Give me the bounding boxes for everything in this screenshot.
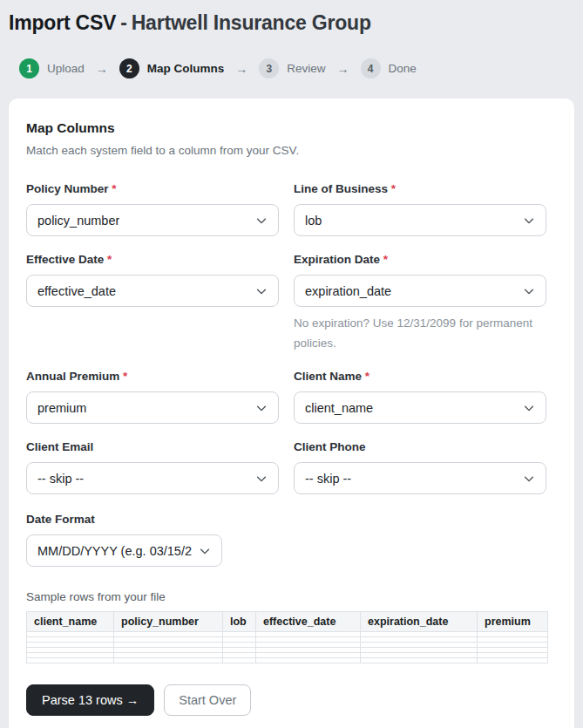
chevron-down-icon — [523, 402, 535, 414]
wizard-stepper: 1 Upload → 2 Map Columns → 3 Review → 4 … — [19, 58, 574, 78]
step-done: 4 Done — [361, 58, 417, 78]
page-title-separator: - — [120, 11, 126, 34]
chevron-down-icon — [255, 402, 268, 414]
expiration-date-label: Expiration Date * — [294, 253, 546, 266]
step-map-columns-number: 2 — [119, 58, 139, 78]
required-asterisk: * — [107, 253, 112, 266]
card-heading: Map Columns — [26, 120, 557, 136]
column-header-lob: lob — [223, 612, 256, 632]
table-row — [27, 658, 548, 663]
field-expiration-date: Expiration Date * expiration_date No exp… — [294, 253, 546, 353]
step-review-label: Review — [287, 62, 325, 75]
required-asterisk: * — [383, 253, 388, 266]
step-upload-label: Upload — [47, 62, 85, 75]
effective-date-select-value: effective_date — [37, 284, 116, 298]
required-asterisk: * — [112, 182, 116, 195]
client-name-select-value: client_name — [305, 401, 373, 415]
expiration-date-select[interactable]: expiration_date — [294, 275, 546, 307]
chevron-down-icon — [523, 214, 535, 227]
client-email-select-value: -- skip -- — [37, 472, 84, 486]
map-columns-card: Map Columns Match each system field to a… — [9, 99, 574, 728]
effective-date-select[interactable]: effective_date — [26, 275, 279, 307]
required-asterisk: * — [365, 370, 369, 383]
step-upload-number: 1 — [19, 58, 39, 78]
start-over-button[interactable]: Start Over — [164, 684, 251, 716]
client-email-select[interactable]: -- skip -- — [26, 462, 279, 494]
step-done-label: Done — [389, 62, 417, 75]
field-client-email: Client Email -- skip -- — [26, 440, 279, 494]
step-map-columns-label: Map Columns — [147, 62, 225, 75]
line-of-business-select-value: lob — [305, 214, 322, 228]
actions-bar: Parse 13 rows → Start Over — [26, 684, 557, 716]
annual-premium-label: Annual Premium * — [26, 370, 279, 383]
step-done-number: 4 — [361, 58, 381, 78]
client-phone-select-value: -- skip -- — [305, 472, 351, 486]
page-title-org: Hartwell Insurance Group — [132, 11, 371, 34]
field-client-phone: Client Phone -- skip -- — [294, 440, 546, 494]
line-of-business-label: Line of Business * — [294, 182, 546, 195]
client-name-select[interactable]: client_name — [294, 391, 546, 424]
annual-premium-select-value: premium — [37, 401, 86, 415]
column-header-expiration-date: expiration_date — [361, 612, 478, 632]
chevron-down-icon — [523, 473, 535, 485]
field-date-format: Date Format MM/DD/YYYY (e.g. 03/15/2 — [26, 513, 557, 567]
effective-date-label: Effective Date * — [26, 253, 279, 266]
field-line-of-business: Line of Business * lob — [294, 182, 546, 236]
step-arrow-icon: → — [337, 62, 349, 76]
page-header: Import CSV-Hartwell Insurance Group 1 Up… — [0, 0, 583, 78]
step-arrow-icon: → — [235, 62, 247, 76]
sample-table-body — [27, 632, 548, 663]
sample-rows-table: client_name policy_number lob effective_… — [26, 611, 548, 663]
field-grid: Policy Number * policy_number Line of Bu… — [26, 182, 546, 511]
step-review: 3 Review — [259, 58, 325, 78]
client-phone-select[interactable]: -- skip -- — [294, 462, 546, 494]
card-subheading: Match each system field to a column from… — [26, 144, 557, 157]
policy-number-label: Policy Number * — [26, 182, 279, 195]
chevron-down-icon — [255, 473, 268, 485]
client-name-label: Client Name * — [294, 370, 546, 383]
page-title-main: Import CSV — [9, 11, 116, 34]
step-arrow-icon: → — [96, 62, 108, 76]
required-asterisk: * — [391, 182, 396, 195]
step-review-number: 3 — [259, 58, 279, 78]
sample-rows-caption: Sample rows from your file — [26, 590, 557, 603]
expiration-date-hint: No expiration? Use 12/31/2099 for perman… — [294, 313, 546, 353]
column-header-policy-number: policy_number — [114, 612, 223, 632]
annual-premium-select[interactable]: premium — [26, 391, 279, 424]
parse-rows-button[interactable]: Parse 13 rows → — [26, 684, 154, 716]
chevron-down-icon — [199, 545, 211, 557]
chevron-down-icon — [255, 285, 268, 297]
column-header-effective-date: effective_date — [256, 612, 361, 632]
date-format-select-value: MM/DD/YYYY (e.g. 03/15/2 — [37, 544, 192, 558]
field-policy-number: Policy Number * policy_number — [26, 182, 279, 236]
policy-number-select[interactable]: policy_number — [26, 204, 279, 236]
column-header-client-name: client_name — [27, 612, 114, 632]
column-header-premium: premium — [478, 612, 548, 632]
step-upload: 1 Upload — [19, 58, 85, 78]
policy-number-select-value: policy_number — [37, 214, 119, 228]
table-header-row: client_name policy_number lob effective_… — [27, 612, 548, 632]
required-asterisk: * — [123, 370, 127, 383]
field-annual-premium: Annual Premium * premium — [26, 370, 279, 424]
field-client-name: Client Name * client_name — [294, 370, 546, 424]
date-format-label: Date Format — [26, 513, 557, 526]
step-map-columns: 2 Map Columns — [119, 58, 225, 78]
chevron-down-icon — [523, 285, 535, 297]
line-of-business-select[interactable]: lob — [294, 204, 546, 236]
date-format-select[interactable]: MM/DD/YYYY (e.g. 03/15/2 — [26, 534, 222, 567]
expiration-date-select-value: expiration_date — [305, 284, 391, 298]
client-phone-label: Client Phone — [294, 440, 546, 453]
field-effective-date: Effective Date * effective_date — [26, 253, 279, 353]
page-title: Import CSV-Hartwell Insurance Group — [9, 11, 574, 35]
chevron-down-icon — [255, 214, 268, 227]
client-email-label: Client Email — [26, 440, 279, 453]
